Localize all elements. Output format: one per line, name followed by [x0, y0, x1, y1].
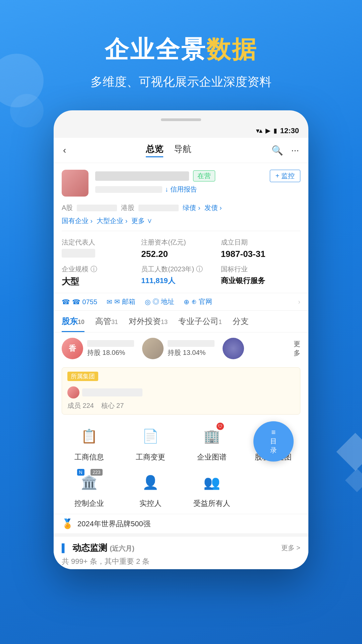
legal-rep-value — [62, 249, 95, 258]
status-time: 12:30 — [280, 126, 299, 135]
industry-item: 国标行业 商业银行服务 — [221, 265, 300, 287]
func-beneficial-owner[interactable]: 👥 受益所有人 — [184, 469, 239, 508]
address-icon: ◎ — [145, 298, 150, 306]
hero-section: 企业全景数据 多维度、可视化展示企业深度资料 — [0, 0, 362, 110]
control-enterprise-icon-img: 🏛️ — [81, 475, 98, 490]
found-date-label: 成立日期 — [221, 238, 300, 247]
actual-controller-icon: 👤 — [137, 469, 164, 496]
stock-hk-value — [138, 205, 179, 211]
shareholder-2-name — [168, 340, 215, 347]
cat1-tag[interactable]: 国有企业 › — [62, 216, 93, 225]
company-name — [95, 171, 189, 181]
beneficial-owner-label: 受益所有人 — [193, 498, 230, 508]
phone-number: ☎ 0755 — [72, 298, 97, 306]
business-info-icon: 📋 — [76, 423, 103, 449]
shareholder-2-percent: 持股 13.04% — [168, 348, 215, 357]
nav-tab-overview[interactable]: 总览 — [146, 143, 163, 157]
green-bond-link[interactable]: 绿债 › — [183, 203, 200, 212]
shareholder-2[interactable]: 持股 13.04% — [142, 338, 215, 359]
shareholder-1-name — [87, 340, 134, 347]
actual-controller-label: 实控人 — [139, 498, 162, 508]
func-business-change[interactable]: 📄 工商变更 — [123, 423, 178, 462]
shareholders-section: 香 持股 18.06% 持股 13.04% — [54, 332, 308, 365]
control-enterprise-label: 控制企业 — [74, 498, 104, 508]
tab-investments[interactable]: 对外投资13 — [129, 311, 168, 332]
address-contact[interactable]: ◎ ◎ 地址 — [145, 297, 175, 306]
dynamic-section: ▌ 动态监测 (近六月) 更多 > 共 999+ 条，其中重要 2 条 — [54, 533, 308, 569]
stock-hk-label: 港股 — [121, 203, 134, 212]
tab-branches[interactable]: 分支 — [233, 311, 249, 332]
group-core: 核心 27 — [101, 402, 124, 409]
address-label: ◎ 地址 — [153, 297, 175, 306]
reg-capital-label: 注册资本(亿元) — [141, 238, 221, 247]
tab-investments-count: 13 — [161, 319, 168, 325]
contact-arrow-icon[interactable]: › — [298, 298, 300, 306]
nav-tab-nav[interactable]: 导航 — [174, 143, 191, 157]
more-cats[interactable]: 更多 ∨ — [131, 216, 153, 225]
found-date-value: 1987-03-31 — [221, 249, 300, 259]
back-button[interactable]: ‹ — [63, 145, 66, 156]
stock-a-value — [77, 205, 117, 211]
reg-capital-item: 注册资本(亿元) 252.20 — [141, 238, 221, 259]
group-section[interactable]: 所属集团 成员 224 核心 27 — [62, 367, 300, 415]
phone-contact[interactable]: ☎ ☎ 0755 — [62, 298, 97, 306]
shareholder-3[interactable] — [223, 338, 244, 359]
search-icon[interactable]: 🔍 — [272, 145, 283, 156]
dynamic-more-link[interactable]: 更多 > — [281, 543, 300, 552]
company-header: 在营 + 监控 ↓ 信用报告 — [54, 163, 308, 201]
monitor-button[interactable]: + 监控 — [270, 170, 300, 182]
shareholder-row: 香 持股 18.06% 持股 13.04% — [62, 338, 300, 359]
dynamic-title: ▌ 动态监测 (近六月) — [62, 543, 134, 553]
stock-a-label: A股 — [62, 203, 73, 212]
tab-executives-count: 31 — [111, 319, 118, 325]
group-stats: 成员 224 核心 27 — [67, 401, 295, 410]
cat2-tag[interactable]: 大型企业 › — [97, 216, 127, 225]
scale-label: 企业规模 ⓘ — [62, 265, 141, 274]
group-name — [82, 388, 142, 396]
func-business-info[interactable]: 📋 工商信息 — [62, 423, 116, 462]
float-btn-line1: 目 — [270, 437, 277, 446]
group-members: 成员 224 — [67, 402, 94, 409]
actual-controller-icon-img: 👤 — [142, 475, 159, 490]
honor-icon: 🏅 — [62, 518, 73, 529]
phone-frame: ▾▴ ▶ ▮ 12:30 ‹ 总览 导航 🔍 ··· — [54, 110, 308, 569]
email-icon: ✉ — [107, 298, 112, 306]
tab-subsidiaries[interactable]: 专业子公司1 — [178, 311, 222, 332]
func-actual-controller[interactable]: 👤 实控人 — [123, 469, 178, 508]
shareholder-1[interactable]: 香 持股 18.06% — [62, 338, 134, 359]
tab-executives-label: 高管 — [95, 317, 111, 326]
dynamic-subtitle: (近六月) — [110, 545, 134, 552]
credit-report-link[interactable]: ↓ 信用报告 — [165, 185, 197, 194]
business-info-label: 工商信息 — [74, 452, 104, 462]
diamond-shape-large — [336, 433, 362, 471]
category-tags: 国有企业 › 大型企业 › 更多 ∨ — [54, 215, 308, 229]
email-contact[interactable]: ✉ ✉ 邮箱 — [107, 297, 135, 306]
more-shareholders[interactable]: 更 多 — [294, 339, 300, 358]
enterprise-map-badge: 🛡 — [217, 423, 224, 430]
directory-float-button[interactable]: ≡ 目 录 — [253, 421, 294, 462]
business-info-icon-img: 📋 — [81, 428, 98, 444]
shareholder-3-avatar — [223, 338, 244, 359]
company-logo — [62, 170, 88, 197]
dynamic-header: ▌ 动态监测 (近六月) 更多 > — [62, 542, 300, 554]
func-enterprise-map[interactable]: 🏢 🛡 企业图谱 — [184, 423, 239, 462]
honor-text: 2024年世界品牌500强 — [77, 519, 150, 529]
bond-link[interactable]: 发债 › — [204, 203, 222, 212]
shareholder-1-avatar: 香 — [62, 338, 83, 359]
group-label: 所属集团 — [67, 372, 98, 381]
more-label: 多 — [294, 348, 300, 358]
company-sub-name — [95, 186, 162, 193]
tab-executives[interactable]: 高管31 — [95, 311, 118, 332]
tab-shareholders-count: 10 — [78, 319, 84, 325]
details-grid: 法定代表人 注册资本(亿元) 252.20 成立日期 1987-03-31 企业… — [54, 232, 308, 293]
more-icon[interactable]: ··· — [291, 145, 299, 156]
website-icon: ⊕ — [184, 298, 189, 306]
website-contact[interactable]: ⊕ ⊕ 官网 — [184, 297, 212, 306]
func-control-enterprise[interactable]: 🏛️ N 223 控制企业 — [62, 469, 116, 508]
enterprise-map-icon: 🏢 🛡 — [198, 423, 225, 449]
tab-shareholders[interactable]: 股东10 — [62, 311, 84, 332]
hero-title-highlight: 数据 — [206, 36, 257, 63]
nav-right: 🔍 ··· — [272, 145, 299, 156]
company-info: 在营 + 监控 ↓ 信用报告 — [95, 170, 300, 194]
company-sub-row: ↓ 信用报告 — [95, 185, 300, 194]
